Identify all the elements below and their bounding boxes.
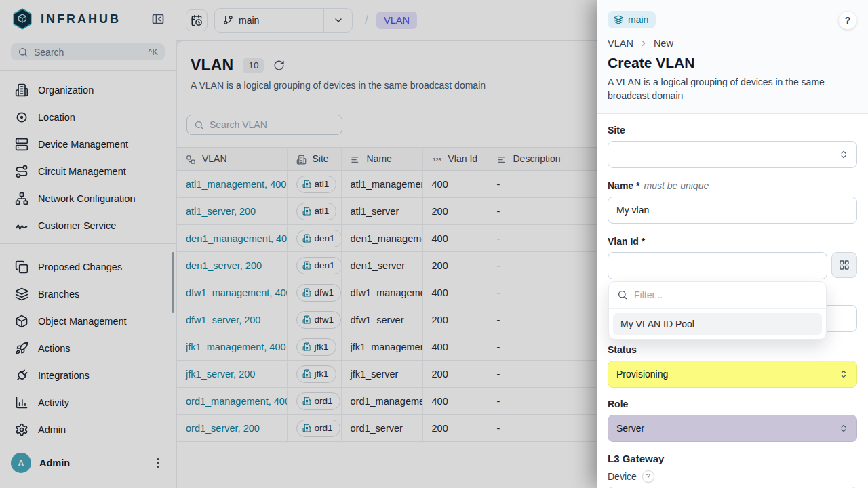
- help-button[interactable]: ?: [838, 11, 857, 30]
- chevrons-up-down-icon: [839, 424, 848, 433]
- chevrons-up-down-icon: [839, 150, 848, 159]
- pool-dropdown: Filter... My VLAN ID Pool: [608, 281, 827, 340]
- search-icon: [617, 289, 628, 300]
- status-label: Status: [608, 344, 857, 355]
- drawer-backdrop[interactable]: [0, 0, 597, 488]
- vlan-id-label: Vlan Id *: [608, 236, 857, 247]
- breadcrumb-current: New: [654, 38, 673, 49]
- role-select[interactable]: Server: [608, 415, 857, 442]
- status-select[interactable]: Provisioning: [608, 361, 857, 388]
- name-label: Name * must be unique: [608, 180, 857, 191]
- drawer-description: A VLAN is a logical grouping of devices …: [608, 75, 845, 103]
- l3-gateway-heading: L3 Gateway: [608, 453, 857, 464]
- site-label: Site: [608, 125, 857, 136]
- pool-filter-input[interactable]: Filter...: [609, 282, 826, 309]
- site-select[interactable]: [608, 141, 857, 168]
- role-label: Role: [608, 399, 857, 409]
- chevrons-up-down-icon: [839, 369, 848, 379]
- pool-option[interactable]: My VLAN ID Pool: [613, 313, 822, 335]
- branch-badge[interactable]: main: [608, 11, 656, 28]
- device-label: Device: [608, 471, 637, 482]
- layers-icon: [614, 15, 623, 24]
- create-vlan-drawer: main ? VLAN New Create VLAN A VLAN is a …: [597, 0, 868, 488]
- pool-option-list: My VLAN ID Pool: [609, 309, 826, 339]
- device-help-badge[interactable]: ?: [642, 470, 654, 483]
- name-hint: must be unique: [644, 180, 709, 191]
- drawer-breadcrumb: VLAN New: [608, 38, 857, 49]
- name-input[interactable]: My vlan: [608, 197, 857, 224]
- pool-filter-placeholder: Filter...: [634, 289, 663, 300]
- status-value: Provisioning: [616, 369, 668, 380]
- pool-selector-button[interactable]: [831, 252, 857, 278]
- breadcrumb-parent[interactable]: VLAN: [608, 38, 633, 49]
- vlan-id-input[interactable]: [608, 252, 827, 279]
- drawer-header: main ? VLAN New Create VLAN A VLAN is a …: [597, 0, 868, 114]
- chevron-right-icon: [639, 39, 648, 48]
- grid-icon: [839, 260, 850, 270]
- drawer-form: Site Name * must be unique My vlan Vlan …: [597, 114, 868, 488]
- role-value: Server: [616, 423, 644, 434]
- drawer-title: Create VLAN: [608, 55, 857, 71]
